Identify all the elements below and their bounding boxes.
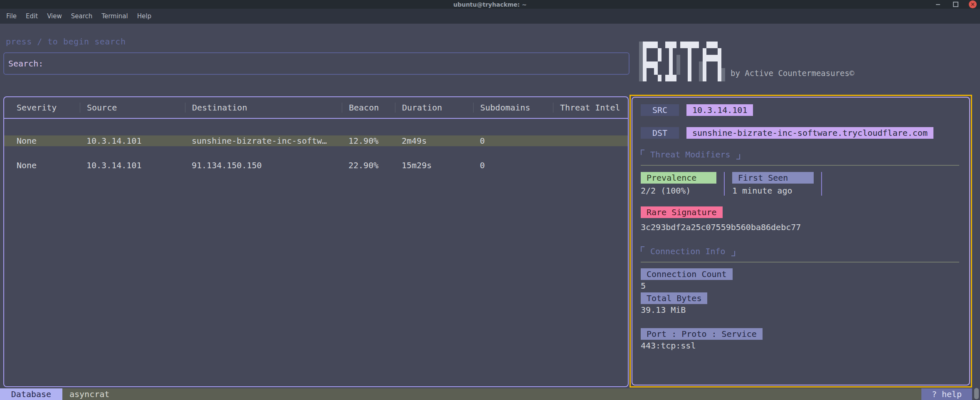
- cell-subdomains: 0: [473, 136, 553, 146]
- rare-signature-badge: Rare Signature: [641, 206, 723, 218]
- cell-duration: 15m29s: [395, 160, 473, 170]
- cell-duration: 2m49s: [395, 136, 473, 146]
- menu-help[interactable]: Help: [133, 12, 156, 20]
- window-controls: ✕: [934, 0, 977, 9]
- cell-subdomains: 0: [473, 160, 553, 170]
- brand-byline: by Active Countermeasures©: [731, 69, 854, 78]
- vertical-separator: [821, 172, 822, 196]
- col-threat-intel: Threat Intel: [553, 103, 628, 113]
- col-destination: Destination: [185, 103, 342, 113]
- corner-bracket-right-icon: [731, 251, 735, 256]
- cell-severity: None: [17, 160, 80, 170]
- details-panel-highlight: SRC 10.3.14.101 DST sunshine-bizrate-inc…: [629, 95, 972, 388]
- search-label: Search:: [8, 59, 43, 69]
- minimize-button[interactable]: [934, 0, 942, 9]
- menu-bar: File Edit View Search Terminal Help: [0, 9, 980, 24]
- database-name: asyncrat: [62, 388, 921, 400]
- search-hint: press / to begin search: [6, 37, 126, 47]
- col-source: Source: [80, 103, 185, 113]
- corner-bracket-right-icon: [736, 154, 740, 160]
- cell-destination: 91.134.150.150: [185, 160, 342, 170]
- table-row[interactable]: None 10.3.14.101 91.134.150.150 22.90% 1…: [4, 160, 628, 171]
- dst-label-badge: DST: [641, 127, 679, 139]
- connections-table: Severity Source Destination Beacon Durat…: [3, 96, 629, 387]
- threat-modifiers-grid: Prevalence 2/2 (100%) First Seen 1 minut…: [641, 172, 961, 196]
- cell-source: 10.3.14.101: [80, 160, 185, 170]
- connection-count-value: 5: [641, 281, 961, 291]
- rita-logo: [639, 42, 729, 81]
- details-panel: SRC 10.3.14.101 DST sunshine-bizrate-inc…: [632, 97, 970, 385]
- connection-info-title: Connection Info: [641, 246, 961, 256]
- port-proto-service-value: 443:tcp:ssl: [641, 341, 961, 351]
- cell-beacon: 22.90%: [342, 160, 395, 170]
- col-subdomains: Subdomains: [473, 103, 553, 113]
- port-proto-service-badge: Port : Proto : Service: [641, 328, 763, 340]
- col-beacon: Beacon: [342, 103, 395, 113]
- section-divider: [641, 165, 959, 166]
- help-badge[interactable]: ? help: [921, 388, 972, 400]
- col-duration: Duration: [395, 103, 473, 113]
- window-titlebar: ubuntu@tryhackme: ~ ✕: [0, 0, 980, 9]
- header-separator: [4, 118, 628, 119]
- cell-source: 10.3.14.101: [80, 136, 185, 146]
- corner-bracket-left-icon: [641, 150, 644, 155]
- menu-file[interactable]: File: [2, 12, 21, 20]
- dst-row: DST sunshine-bizrate-inc-software.tryclo…: [641, 127, 961, 139]
- section-divider: [641, 262, 959, 263]
- src-label-badge: SRC: [641, 104, 679, 116]
- prevalence-block: Prevalence 2/2 (100%): [641, 172, 716, 196]
- database-badge: Database: [0, 388, 62, 400]
- corner-bracket-left-icon: [641, 246, 644, 252]
- menu-edit[interactable]: Edit: [21, 12, 42, 20]
- menu-view[interactable]: View: [42, 12, 67, 20]
- first-seen-badge: First Seen: [732, 172, 814, 184]
- src-value-badge: 10.3.14.101: [686, 104, 753, 116]
- first-seen-block: First Seen 1 minute ago: [732, 172, 814, 196]
- connection-count-badge: Connection Count: [641, 268, 733, 280]
- cell-severity: None: [17, 136, 80, 146]
- menu-search[interactable]: Search: [67, 12, 97, 20]
- total-bytes-value: 39.13 MiB: [641, 305, 961, 315]
- threat-modifiers-title: Threat Modifiers: [641, 150, 961, 160]
- rare-signature-block: Rare Signature 3c293bdf2a25c07559b560ba8…: [641, 206, 961, 232]
- rare-signature-value: 3c293bdf2a25c07559b560ba86debc77: [641, 222, 961, 232]
- close-button[interactable]: ✕: [969, 0, 977, 8]
- dst-value-badge: sunshine-bizrate-inc-software.trycloudfl…: [686, 127, 933, 139]
- total-bytes-badge: Total Bytes: [641, 292, 707, 304]
- first-seen-value: 1 minute ago: [732, 186, 814, 196]
- cell-destination: sunshine-bizrate-inc-softw…: [185, 136, 342, 146]
- menu-terminal[interactable]: Terminal: [97, 12, 132, 20]
- window-title: ubuntu@tryhackme: ~: [453, 1, 527, 8]
- table-row[interactable]: None 10.3.14.101 sunshine-bizrate-inc-so…: [4, 135, 628, 146]
- status-bar: Database asyncrat ? help: [0, 388, 980, 400]
- prevalence-value: 2/2 (100%): [641, 186, 716, 196]
- connection-count-block: Connection Count 5: [641, 268, 961, 291]
- table-header: Severity Source Destination Beacon Durat…: [4, 97, 628, 118]
- src-row: SRC 10.3.14.101: [641, 104, 961, 116]
- search-input[interactable]: Search:: [3, 52, 629, 75]
- port-proto-service-block: Port : Proto : Service 443:tcp:ssl: [641, 328, 961, 351]
- scrollbar-thumb[interactable]: [974, 388, 979, 399]
- vertical-separator: [724, 172, 725, 196]
- prevalence-badge: Prevalence: [641, 172, 716, 184]
- maximize-button[interactable]: [951, 0, 960, 9]
- cell-beacon: 12.90%: [342, 136, 395, 146]
- col-severity: Severity: [17, 103, 80, 113]
- total-bytes-block: Total Bytes 39.13 MiB: [641, 292, 961, 315]
